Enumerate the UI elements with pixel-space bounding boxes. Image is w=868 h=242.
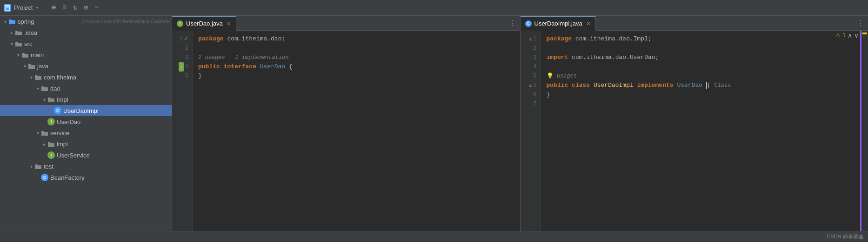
line-num-4-gutter: ↓ 4	[172, 62, 192, 72]
sidebar-item-main[interactable]: main	[0, 49, 172, 60]
line-num-2: 2	[172, 44, 192, 53]
sidebar-item-userservice[interactable]: I UserService	[0, 150, 172, 161]
line-num-6-right: 6	[521, 90, 541, 99]
sidebar-item-userdao[interactable]: I UserDao	[0, 116, 172, 127]
code-line-6-right: }	[547, 90, 863, 99]
tab-userdao[interactable]: I UserDao.java ✕	[172, 16, 236, 31]
sidebar-item-impl-folder[interactable]: Impl	[0, 94, 172, 105]
tab-label-userdao: UserDao.java	[186, 20, 223, 27]
arrow-impl-service[interactable]	[41, 142, 47, 147]
sidebar-label-java: java	[37, 63, 170, 70]
sidebar-item-beanfactory[interactable]: C BeanFactory	[0, 172, 172, 183]
arrow-spring[interactable]	[2, 19, 8, 24]
sidebar-item-java[interactable]: java	[0, 60, 172, 72]
sidebar-item-idea[interactable]: .idea	[0, 27, 172, 38]
line-num-5-right: 5	[521, 72, 541, 81]
arrow-com-itheima[interactable]	[28, 75, 34, 80]
warn-indicator	[862, 33, 867, 34]
code-line-7-right	[547, 99, 863, 109]
warn-count: 1	[842, 32, 846, 39]
code-line-hint-right: 💡 usages	[547, 72, 863, 81]
arrow-dao[interactable]	[34, 86, 41, 91]
folder-icon-service	[41, 130, 48, 136]
sidebar-item-impl-service[interactable]: impl	[0, 138, 172, 150]
tab-menu-left[interactable]: ⋮	[505, 19, 520, 28]
title-bar-icons: ⊕ ≡ ⇅ ⚙ −	[52, 3, 99, 12]
svg-rect-1	[6, 7, 9, 7]
sidebar-item-test[interactable]: test	[0, 161, 172, 172]
sidebar-item-userdaoimpl[interactable]: C UserDaoImpl	[0, 105, 172, 116]
sidebar-label-idea: .idea	[24, 29, 170, 36]
tab-bar-right: C UserDaoImpl.java ✕ ⋮	[521, 16, 868, 31]
sidebar[interactable]: spring G:\code\Java EE\itheimaBasicCode\…	[0, 16, 172, 231]
tab-close-userdao[interactable]: ✕	[227, 20, 231, 27]
sidebar-label-com-itheima: com.itheima	[44, 74, 170, 81]
sidebar-label-impl-service: impl	[57, 141, 170, 148]
code-editor-left[interactable]: 1 ✓ 2 3 ↓ 4 5	[172, 31, 520, 231]
title-bar: Project ▾ ⊕ ≡ ⇅ ⚙ −	[0, 0, 868, 16]
file-icon-userdao: I	[47, 118, 55, 125]
main-layout: spring G:\code\Java EE\itheimaBasicCode\…	[0, 16, 868, 231]
title-icon-settings[interactable]: ⚙	[84, 3, 88, 12]
tab-close-userdaoimpl[interactable]: ✕	[586, 20, 591, 27]
project-arrow[interactable]: ▾	[35, 5, 39, 11]
sidebar-item-src[interactable]: src	[0, 38, 172, 49]
sidebar-label-beanfactory: BeanFactory	[50, 174, 170, 181]
sidebar-item-spring[interactable]: spring G:\code\Java EE\itheimaBasicCode\…	[0, 16, 172, 27]
tab-icon-userdao: I	[177, 20, 183, 27]
line-num-3: 3	[172, 53, 192, 62]
code-line-5-right: public class UserDaoImpl implements User…	[547, 81, 863, 90]
collapse-icon[interactable]: ∧	[848, 32, 852, 39]
warn-icon-5: ⚠	[529, 81, 532, 90]
sidebar-label-test: test	[44, 163, 170, 170]
code-line-2-right	[547, 44, 863, 53]
sidebar-label-userdao: UserDao	[57, 118, 170, 125]
title-icon-list[interactable]: ≡	[62, 4, 67, 12]
sidebar-item-com-itheima[interactable]: com.itheima	[0, 72, 172, 83]
code-editor-right[interactable]: ⚠ 1 2 3 4 5 ⚠ 5	[521, 31, 868, 231]
sidebar-label-userdaoimpl: UserDaoImpl	[63, 107, 170, 114]
code-content-left: package com.itheima.dao; 2 usages 1 impl…	[193, 31, 520, 231]
title-icon-sort[interactable]: ⇅	[73, 3, 77, 12]
sidebar-label-impl-folder: Impl	[57, 96, 170, 103]
line-num-1: 1 ✓	[172, 34, 192, 44]
warn-icon-1: ⚠	[529, 34, 532, 44]
title-icon-minimize[interactable]: −	[94, 4, 99, 12]
arrow-java[interactable]	[21, 64, 28, 69]
code-line-3-left: public interface UserDao {	[198, 62, 514, 72]
title-icon-add[interactable]: ⊕	[52, 3, 56, 12]
title-bar-left: Project ▾	[4, 4, 39, 12]
tab-icon-userdaoimpl: C	[525, 20, 532, 27]
arrow-impl-folder[interactable]	[41, 97, 47, 102]
editor-pane-left: I UserDao.java ✕ ⋮ 1 ✓ 2 3	[172, 16, 521, 231]
line-num-7-right: 7	[521, 99, 541, 109]
line-num-1-right: ⚠ 1	[521, 34, 541, 44]
arrow-service[interactable]	[34, 131, 41, 136]
arrow-main[interactable]	[15, 52, 21, 58]
line-num-3-right: 3	[521, 53, 541, 62]
sidebar-label-dao: dao	[50, 85, 170, 92]
code-line-4-right	[547, 62, 863, 72]
bean-gutter-icon: ↓	[179, 62, 184, 72]
code-content-right: package com.itheima.dao.Impl; import com…	[541, 31, 868, 231]
arrow-idea[interactable]	[8, 30, 15, 35]
folder-icon-src	[15, 40, 22, 47]
sidebar-label-service: service	[50, 130, 170, 137]
code-line-4-left: }	[198, 72, 514, 81]
tab-menu-right[interactable]: ⋮	[853, 19, 868, 28]
tab-userdaoimpl[interactable]: C UserDaoImpl.java ✕	[521, 16, 596, 31]
sidebar-item-service[interactable]: service	[0, 127, 172, 138]
line-numbers-left: 1 ✓ 2 3 ↓ 4 5	[172, 31, 193, 231]
arrow-test[interactable]	[28, 164, 34, 169]
arrow-src[interactable]	[8, 41, 15, 46]
expand-icon[interactable]: ∨	[854, 32, 859, 39]
editors-container: I UserDao.java ✕ ⋮ 1 ✓ 2 3	[172, 16, 868, 231]
code-line-1-left: package com.itheima.dao;	[198, 34, 514, 44]
folder-icon-impl-service	[47, 141, 55, 147]
file-icon-userdaoimpl: C	[54, 107, 61, 114]
scroll-indicator-right	[861, 31, 868, 231]
sidebar-item-dao[interactable]: dao	[0, 83, 172, 94]
warn-count-badge: ⚠ 1 ∧ ∨	[835, 32, 859, 39]
status-text: CSDN @泰慕迪	[827, 233, 863, 240]
editor-pane-right: C UserDaoImpl.java ✕ ⋮ ⚠ 1	[521, 16, 868, 231]
